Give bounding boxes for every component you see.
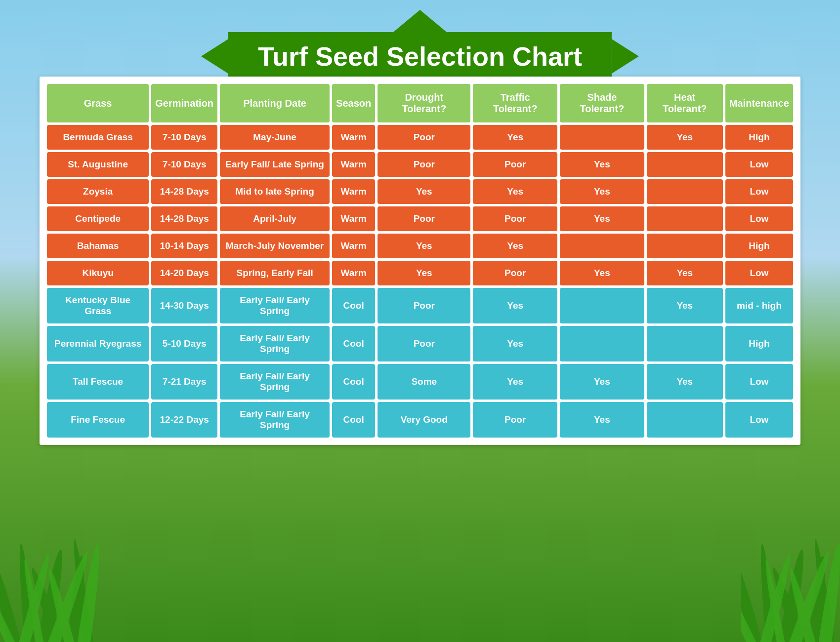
table-row: Fine Fescue12-22 DaysEarly Fall/ Early S… <box>47 402 793 438</box>
cell-season: Warm <box>332 206 375 231</box>
cell-shade: Yes <box>560 364 644 400</box>
cell-drought: Yes <box>378 261 470 285</box>
col-season: Season <box>332 84 375 122</box>
col-heat: Heat Tolerant? <box>647 84 723 122</box>
cell-drought: Yes <box>378 234 470 258</box>
cell-traffic: Yes <box>473 179 557 204</box>
cell-heat <box>647 152 723 177</box>
title-container: Turf Seed Selection Chart <box>228 10 612 80</box>
cell-planting: March-July November <box>220 234 330 258</box>
table-row: Kentucky Blue Grass14-30 DaysEarly Fall/… <box>47 288 793 323</box>
cell-drought: Poor <box>378 288 470 323</box>
table-row: Bahamas10-14 DaysMarch-July NovemberWarm… <box>47 234 793 258</box>
cell-germination: 14-30 Days <box>151 288 217 323</box>
col-germination: Germination <box>151 84 217 122</box>
cell-germination: 14-28 Days <box>151 179 217 204</box>
cell-drought: Poor <box>378 125 470 150</box>
table-header-row: Grass Germination Planting Date Season D… <box>47 84 793 122</box>
cell-germination: 14-20 Days <box>151 261 217 285</box>
cell-planting: Mid to late Spring <box>220 179 330 204</box>
cell-heat <box>647 179 723 204</box>
cell-drought: Some <box>378 364 470 400</box>
cell-maintenance: High <box>725 326 793 361</box>
cell-traffic: Yes <box>473 234 557 258</box>
cell-season: Cool <box>332 326 375 361</box>
table-row: Zoysia14-28 DaysMid to late SpringWarmYe… <box>47 179 793 204</box>
cell-germination: 7-10 Days <box>151 152 217 177</box>
col-drought: Drought Tolerant? <box>378 84 470 122</box>
cell-maintenance: High <box>725 234 793 258</box>
cell-heat: Yes <box>647 125 723 150</box>
cell-planting: Early Fall/ Early Spring <box>220 402 330 438</box>
cell-grass: Fine Fescue <box>47 402 149 438</box>
table-row: Centipede14-28 DaysApril-JulyWarmPoorPoo… <box>47 206 793 231</box>
col-maintenance: Maintenance <box>725 84 793 122</box>
cell-drought: Poor <box>378 152 470 177</box>
cell-season: Warm <box>332 179 375 204</box>
cell-grass: Bermuda Grass <box>47 125 149 150</box>
cell-planting: Spring, Early Fall <box>220 261 330 285</box>
cell-planting: Early Fall/ Early Spring <box>220 326 330 361</box>
seed-selection-table: Grass Germination Planting Date Season D… <box>44 81 796 440</box>
cell-shade <box>560 288 644 323</box>
cell-grass: Tall Fescue <box>47 364 149 400</box>
cell-season: Cool <box>332 402 375 438</box>
cell-traffic: Yes <box>473 125 557 150</box>
cell-heat <box>647 234 723 258</box>
cell-drought: Poor <box>378 206 470 231</box>
col-traffic: Traffic Tolerant? <box>473 84 557 122</box>
cell-germination: 10-14 Days <box>151 234 217 258</box>
cell-shade: Yes <box>560 402 644 438</box>
table-row: Kikuyu14-20 DaysSpring, Early FallWarmYe… <box>47 261 793 285</box>
table-row: Tall Fescue7-21 DaysEarly Fall/ Early Sp… <box>47 364 793 400</box>
cell-traffic: Yes <box>473 326 557 361</box>
cell-traffic: Poor <box>473 261 557 285</box>
cell-grass: St. Augustine <box>47 152 149 177</box>
cell-season: Cool <box>332 288 375 323</box>
cell-maintenance: Low <box>725 179 793 204</box>
cell-planting: May-June <box>220 125 330 150</box>
cell-heat <box>647 206 723 231</box>
cell-drought: Yes <box>378 179 470 204</box>
cell-germination: 7-10 Days <box>151 125 217 150</box>
chart-title-box: Turf Seed Selection Chart <box>228 32 612 80</box>
cell-planting: Early Fall/ Late Spring <box>220 152 330 177</box>
cell-shade: Yes <box>560 152 644 177</box>
cell-grass: Kentucky Blue Grass <box>47 288 149 323</box>
grass-right <box>741 444 840 642</box>
cell-traffic: Poor <box>473 206 557 231</box>
cell-heat: Yes <box>647 364 723 400</box>
cell-maintenance: Low <box>725 206 793 231</box>
cell-season: Cool <box>332 364 375 400</box>
cell-grass: Bahamas <box>47 234 149 258</box>
cell-heat <box>647 402 723 438</box>
cell-drought: Poor <box>378 326 470 361</box>
cell-planting: April-July <box>220 206 330 231</box>
cell-maintenance: Low <box>725 152 793 177</box>
cell-maintenance: Low <box>725 261 793 285</box>
cell-planting: Early Fall/ Early Spring <box>220 364 330 400</box>
cell-grass: Perennial Ryegrass <box>47 326 149 361</box>
cell-maintenance: mid - high <box>725 288 793 323</box>
arrow-top-decoration <box>390 10 450 35</box>
cell-planting: Early Fall/ Early Spring <box>220 288 330 323</box>
table-row: St. Augustine7-10 DaysEarly Fall/ Late S… <box>47 152 793 177</box>
cell-heat <box>647 326 723 361</box>
grass-left <box>0 444 99 642</box>
cell-germination: 14-28 Days <box>151 206 217 231</box>
cell-grass: Zoysia <box>47 179 149 204</box>
cell-shade <box>560 234 644 258</box>
chart-title: Turf Seed Selection Chart <box>258 41 582 71</box>
table-row: Bermuda Grass7-10 DaysMay-JuneWarmPoorYe… <box>47 125 793 150</box>
cell-shade: Yes <box>560 179 644 204</box>
cell-drought: Very Good <box>378 402 470 438</box>
cell-traffic: Yes <box>473 364 557 400</box>
col-shade: Shade Tolerant? <box>560 84 644 122</box>
cell-germination: 5-10 Days <box>151 326 217 361</box>
arrow-right-decoration <box>612 39 639 74</box>
cell-maintenance: Low <box>725 364 793 400</box>
cell-traffic: Poor <box>473 402 557 438</box>
cell-germination: 12-22 Days <box>151 402 217 438</box>
cell-traffic: Poor <box>473 152 557 177</box>
cell-germination: 7-21 Days <box>151 364 217 400</box>
